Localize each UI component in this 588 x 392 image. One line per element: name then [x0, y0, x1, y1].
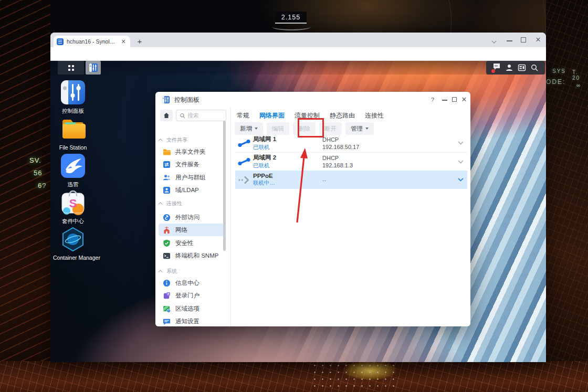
users-icon: [163, 174, 171, 182]
tab-close-icon[interactable]: ✕: [120, 38, 127, 45]
file-station-icon: [60, 116, 86, 142]
interface-status: 已联机: [253, 162, 322, 169]
hud-text-sv: SV.: [29, 156, 41, 164]
browser-tabstrip: hchuan16 - Synology NAS ✕ + ✕: [50, 33, 546, 47]
control-panel-icon: [60, 80, 86, 105]
tab-static-route[interactable]: 静态路由: [330, 111, 355, 120]
user-menu-icon[interactable]: [505, 63, 513, 72]
regional-options-icon: [163, 305, 171, 313]
caret-down-icon: [365, 128, 369, 130]
search-icon[interactable]: [530, 63, 539, 72]
sidebar-item-security[interactable]: 安全性: [159, 237, 225, 249]
security-shield-icon: [163, 239, 171, 247]
sidebar-search[interactable]: [176, 110, 226, 121]
hud-text-56: 56: [34, 169, 42, 177]
interface-row-lan1[interactable]: 局域网 1 已联机 DHCP 192.168.50.17: [235, 134, 467, 152]
new-tab-button[interactable]: +: [135, 37, 144, 46]
lan-icon: [235, 139, 253, 148]
expand-chevron-icon[interactable]: [454, 178, 467, 182]
browser-tab[interactable]: hchuan16 - Synology NAS ✕: [54, 36, 130, 47]
search-icon: [180, 113, 185, 119]
widgets-icon[interactable]: [518, 63, 526, 72]
sidebar-item-user-group[interactable]: 用户与群组: [159, 171, 225, 184]
interface-mode: --: [322, 177, 454, 183]
sidebar-section-connectivity[interactable]: 连接性: [160, 199, 182, 208]
dialog-close-button[interactable]: ✕: [461, 96, 467, 103]
window-close-button[interactable]: ✕: [535, 37, 541, 43]
window-chevron-icon[interactable]: [491, 38, 496, 43]
interface-list: 局域网 1 已联机 DHCP 192.168.50.17 局域网 2: [235, 134, 467, 189]
sidebar-item-external-access[interactable]: 外部访问: [159, 211, 225, 224]
desktop-icon-xunlei[interactable]: 迅雷: [53, 153, 93, 188]
manage-button[interactable]: 管理: [345, 122, 374, 135]
expand-chevron-icon[interactable]: [454, 141, 467, 145]
collapse-chevron-icon: [158, 139, 162, 143]
add-button[interactable]: 新增: [235, 122, 263, 135]
search-input[interactable]: [187, 112, 219, 119]
interface-row-pppoe[interactable]: PPPoE 联机中… --: [235, 171, 467, 189]
interface-ip: 192.168.1.3: [322, 162, 454, 168]
tab-general[interactable]: 常规: [237, 111, 249, 120]
file-services-icon: [163, 161, 171, 168]
sidebar-item-notification-settings[interactable]: 通知设置: [159, 315, 225, 326]
dialog-help-button[interactable]: ?: [429, 97, 436, 103]
desktop-icon-file-station[interactable]: File Station: [53, 116, 93, 151]
hud-text-ode: ODE:: [546, 78, 565, 86]
pppoe-icon: [235, 175, 253, 185]
open-app-control-panel-button[interactable]: [86, 61, 101, 75]
sidebar-section-file-sharing[interactable]: 文件共享: [160, 136, 187, 144]
hud-text-t20: T. 20: [572, 69, 588, 81]
control-panel-dialog: 控制面板 ? ✕ 文件共享: [155, 92, 470, 326]
hud-text-inf: ∞: [576, 82, 581, 88]
sidebar-item-network[interactable]: 网络: [159, 224, 225, 236]
control-panel-mini-icon: [89, 63, 98, 72]
sidebar-scrollbar[interactable]: [223, 121, 226, 251]
expand-chevron-icon[interactable]: [454, 160, 467, 164]
interface-status: 已联机: [253, 144, 322, 151]
terminal-icon: [163, 252, 171, 260]
collapse-chevron-icon: [158, 202, 162, 206]
hud-text-6: 6?: [38, 182, 46, 189]
tab-title: hchuan16 - Synology NAS: [67, 38, 117, 45]
sidebar-item-regional-options[interactable]: 区域选项: [159, 302, 225, 315]
desktop-icon-package-center[interactable]: S 套件中心: [53, 190, 93, 225]
interface-row-lan2[interactable]: 局域网 2 已联机 DHCP 192.168.1.3: [235, 152, 467, 171]
desktop-icon-label: Container Manager: [53, 255, 93, 261]
dsm-taskbar: [50, 61, 546, 75]
wallpaper-bottom-mesh: [0, 361, 588, 392]
window-minimize-button[interactable]: [507, 40, 512, 41]
notification-badge: [491, 69, 495, 73]
collapse-chevron-icon: [158, 270, 162, 274]
edit-button[interactable]: 编辑: [267, 122, 289, 135]
wallpaper-left-texture: [0, 0, 50, 362]
dialog-titlebar[interactable]: 控制面板: [155, 92, 470, 108]
tab-network-interface[interactable]: 网络界面: [259, 111, 285, 120]
wallpaper-right-texture: [546, 0, 588, 362]
desktop-icon-label: 控制面板: [53, 108, 93, 115]
dsm-favicon: [57, 38, 64, 45]
tab-connectivity[interactable]: 连接性: [365, 111, 384, 120]
desktop-icon-container-manager[interactable]: Container Manager: [53, 227, 93, 261]
browser-window: hchuan16 - Synology NAS ✕ + ✕ 不安全 | 100.…: [50, 33, 546, 362]
home-button[interactable]: [160, 110, 173, 121]
external-access-icon: [163, 214, 171, 221]
sidebar-section-system[interactable]: 系统: [160, 267, 177, 276]
sidebar-item-shared-folder[interactable]: 共享文件夹: [159, 145, 225, 158]
sidebar-item-terminal-snmp[interactable]: 终端机和 SNMP: [159, 249, 225, 262]
sidebar-item-file-services[interactable]: 文件服务: [159, 158, 225, 171]
svg-text:S: S: [69, 197, 77, 210]
network-icon: [163, 226, 171, 234]
desktop-icon-label: File Station: [53, 144, 93, 151]
notifications-icon[interactable]: [492, 62, 501, 73]
window-maximize-button[interactable]: [521, 37, 526, 43]
sidebar-item-info-center[interactable]: 信息中心: [159, 277, 225, 289]
container-manager-icon: [60, 227, 86, 252]
desktop-icon-control-panel[interactable]: 控制面板: [53, 80, 93, 115]
main-menu-button[interactable]: [58, 61, 84, 75]
interface-status: 联机中…: [253, 179, 322, 187]
sidebar-item-login-portal[interactable]: 登录门户: [159, 289, 225, 302]
dialog-minimize-button[interactable]: [442, 100, 447, 101]
hud-text-sys: SYS: [552, 68, 566, 74]
dialog-maximize-button[interactable]: [452, 97, 457, 102]
sidebar-item-domain-ldap[interactable]: 域/LDAP: [159, 184, 225, 196]
